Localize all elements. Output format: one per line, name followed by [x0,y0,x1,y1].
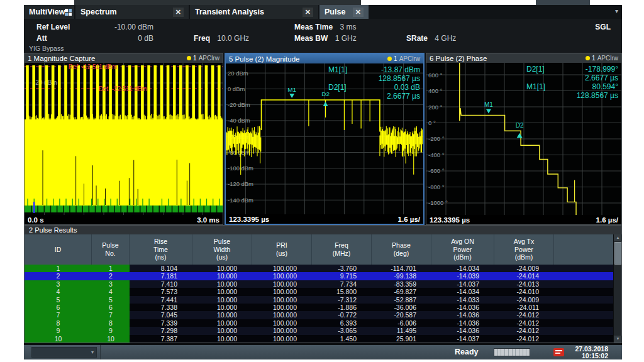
table-cell: 1 [25,265,92,272]
meas-bw-setting[interactable]: Meas BW 1 GHz [294,34,357,43]
frequency-label: Freq [194,34,210,43]
table-cell: 7.734 [312,280,372,288]
table-cell: 6 [25,304,92,311]
table-cell: 6 [92,304,130,311]
table-cell [554,280,613,288]
table-header-cell[interactable]: PRI (us) [252,234,312,265]
table-cell: -14.037 [431,280,494,288]
panel-pulse-magnitude[interactable]: 5 Pulse (2) Magnitude 1 APClrw 20 dBm0 d… [225,53,425,225]
table-cell [554,265,613,272]
marker-value: -178.999° [564,65,618,74]
sample-rate-setting[interactable]: SRate 4 GHz [406,34,456,43]
preset-dropdown[interactable]: ▾ [31,347,97,358]
table-row-pulse-3[interactable]: 337.41010.000100.0007.734-83.359-14.037-… [25,280,613,288]
status-ready-label: Ready [455,348,479,356]
table-cell: -24.011 [494,304,554,311]
panel-pulse-magnitude-titlebar[interactable]: 5 Pulse (2) Magnitude 1 APClrw [226,54,423,63]
table-cell [554,319,613,327]
table-cell: 10 [25,335,92,343]
table-cell: 8 [92,319,130,327]
panel-pulse-phase[interactable]: 6 Pulse (2) Phase 1 APClrw 600 °400 °200… [426,53,622,225]
table-header-cell[interactable]: Avg ON Power (dBm) [431,234,494,265]
table-cell: 25.901 [372,335,431,343]
table-row-pulse-7[interactable]: 777.04510.000100.000-0.772-20.587-14.036… [25,311,613,319]
magnitude-capture-plot[interactable]: -20 dBmRef. -12.511 dBmDet. -22.511 dBm [25,63,223,215]
table-cell: 7.338 [130,304,192,311]
tab-pulse[interactable]: Pulse✕ [319,5,369,19]
svg-text:0 °: 0 ° [428,119,436,126]
pulse-results-title[interactable]: 2 Pulse Results [25,226,621,234]
table-cell: -24.012 [494,319,554,327]
sample-rate-label: SRate [406,34,428,43]
pulse-magnitude-x-axis: 123.3395 µs 1.6 µs/ [226,214,423,224]
pulse-phase-plot[interactable]: 600 °400 °200 °0 °-200 °-400 °-600 °-800… [426,63,621,215]
svg-text:M1: M1 [484,101,493,108]
trace-number: 1 [592,55,596,62]
tab-label: MultiView [29,8,65,16]
table-header-cell[interactable]: Freq (MHz) [312,234,372,265]
tab-transient-analysis[interactable]: Transient Analysis✕ [190,5,318,19]
marker-name: D2[1] [526,65,550,74]
table-row-pulse-1[interactable]: 118.10410.000100.000-3.760-114.701-14.03… [25,265,613,272]
scrollbar-up-icon[interactable]: ▲ [614,234,622,241]
table-header-cell[interactable]: Pulse No. [92,234,130,265]
table-cell: 9.715 [312,272,372,280]
table-cell: 7.441 [130,296,192,304]
tab-multiview[interactable]: MultiView [24,5,74,19]
tab-close-icon[interactable]: ✕ [173,8,184,17]
table-cell: 100.000 [252,335,312,343]
table-cell: -3.760 [312,265,372,272]
table-cell: 7.181 [130,272,192,280]
trace-dot-icon [187,56,191,60]
tab-overflow-chevron-icon[interactable]: ▾ [615,8,618,14]
tab-spectrum[interactable]: Spectrum✕ [75,5,189,19]
panel-pulse-phase-titlebar[interactable]: 6 Pulse (2) Phase 1 APClrw [426,53,621,63]
tab-close-icon[interactable]: ✕ [353,8,364,17]
table-cell: 10.000 [192,280,252,288]
table-row-pulse-10[interactable]: 10107.38710.000100.0001.45025.901-14.037… [25,335,613,343]
attenuation-label: Att [36,34,47,43]
table-header-cell[interactable]: ID [25,234,92,265]
table-header-row: IDPulse No.Rise Time (ns)Pulse Width (us… [25,234,613,265]
table-row-pulse-4[interactable]: 447.57310.000100.00015.800-69.827-14.034… [25,288,613,295]
svg-text:-120 dBm: -120 dBm [228,180,253,187]
scrollbar-thumb[interactable] [614,242,621,265]
table-scrollbar[interactable]: ▲ ▼ [613,234,621,343]
meas-time-label: Meas Time [294,23,333,31]
table-cell: -114.701 [372,265,431,272]
table-row-pulse-8[interactable]: 887.33910.000100.0006.393-6.006-14.036-2… [25,319,613,327]
pulse-magnitude-plot[interactable]: 20 dBm0 dBm-20 dBm-40 dBm-60 dBm-80 dBm-… [226,63,423,214]
table-header-cell[interactable]: Avg Tx Power (dBm) [494,234,554,265]
scrollbar-down-icon[interactable]: ▼ [614,336,622,343]
table-cell: 100.000 [252,311,312,319]
marker-value: 80.594° [564,82,618,91]
attenuation-setting[interactable]: Att 0 dB [36,34,153,43]
table-cell: 10.000 [192,265,252,272]
table-body: 118.10410.000100.000-3.760-114.701-14.03… [25,265,613,343]
panel-magnitude-capture-titlebar[interactable]: 1 Magnitude Capture 1 APClrw [25,53,223,63]
x-axis-scale: 1.6 µs/ [596,216,618,224]
meas-time-setting[interactable]: Meas Time 3 ms [294,23,357,31]
table-row-pulse-2[interactable]: 227.18110.000100.0009.715-99.138-14.039-… [25,272,613,280]
table-header-cell[interactable]: Rise Time (ns) [130,234,192,265]
table-row-pulse-9[interactable]: 997.29810.000100.000-3.06511.495-14.036-… [25,327,613,334]
table-cell: 100.000 [252,304,312,311]
tab-close-icon[interactable]: ✕ [303,8,313,17]
panel-title: 5 Pulse (2) Magnitude [229,55,300,63]
table-header-cell[interactable]: Phase (deg) [372,234,431,265]
panel-magnitude-capture[interactable]: 1 Magnitude Capture 1 APClrw -20 dBmRef.… [24,53,223,225]
table-header-cell[interactable] [554,234,613,265]
table-row-pulse-6[interactable]: 667.33810.000100.000-1.886-36.006-14.036… [25,304,613,311]
table-cell: 9 [25,327,92,334]
table-cell: 1.450 [312,335,372,343]
table-cell: 9 [92,327,130,334]
table-row-pulse-5[interactable]: 557.44110.000100.000-7.312-52.887-14.033… [25,296,613,304]
table-cell: 100.000 [252,265,312,272]
table-header-cell[interactable]: Pulse Width (us) [192,234,252,265]
frequency-setting[interactable]: Freq 10.0 GHz [194,34,249,43]
pulse-phase-x-axis: 123.3395 µs 1.6 µs/ [426,215,621,224]
marker-position: 128.8567 µs [564,91,618,100]
analyzer-screen: MultiViewSpectrum✕Transient Analysis✕Pul… [24,5,622,359]
ref-level-setting[interactable]: Ref Level -10.00 dBm [36,23,153,31]
status-bar-left-section: ▾ [24,345,101,359]
